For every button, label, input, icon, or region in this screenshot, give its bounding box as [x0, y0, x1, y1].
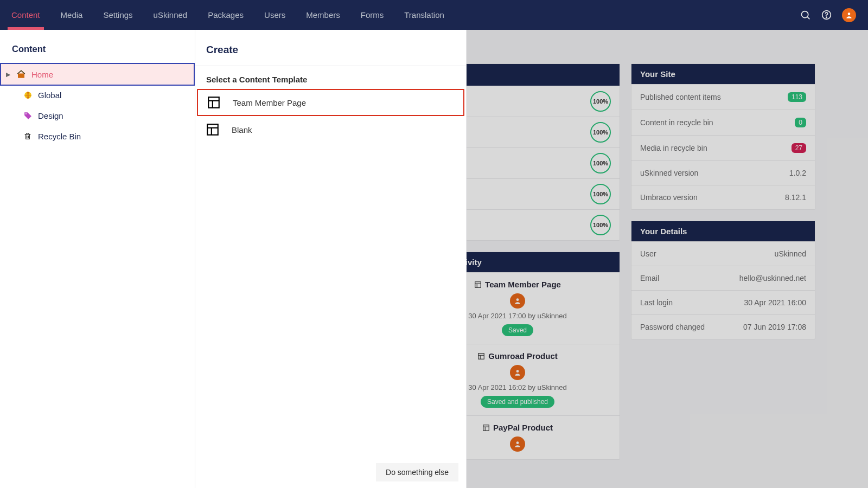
nav-tabs: Content Media Settings uSkinned Packages… [1, 0, 455, 30]
svg-rect-22 [207, 124, 218, 135]
svg-rect-19 [208, 97, 219, 108]
nav-tab-label: Translation [404, 10, 444, 20]
create-subheading: Select a Content Template [195, 66, 466, 88]
nav-tab-label: Media [61, 10, 83, 20]
svg-point-3 [826, 17, 827, 17]
caret-icon[interactable]: ▶ [5, 71, 11, 78]
tree-item-label: Global [38, 91, 195, 100]
template-option-blank[interactable]: Blank [197, 117, 464, 142]
home-icon [16, 69, 26, 79]
nav-tab-uskinned[interactable]: uSkinned [143, 0, 198, 30]
nav-tab-content[interactable]: Content [1, 0, 50, 30]
create-title: Create [195, 30, 466, 66]
svg-point-4 [848, 12, 851, 15]
nav-tab-media[interactable]: Media [50, 0, 93, 30]
top-navigation: Content Media Settings uSkinned Packages… [0, 0, 868, 30]
svg-point-18 [25, 113, 26, 114]
nav-tab-users[interactable]: Users [254, 0, 296, 30]
nav-tab-label: Settings [103, 10, 132, 20]
nav-tab-members[interactable]: Members [296, 0, 350, 30]
tree-item-global[interactable]: Global [0, 85, 195, 105]
svg-point-0 [802, 11, 808, 18]
nav-tab-label: Content [11, 10, 40, 20]
nav-tab-label: Users [264, 10, 285, 20]
tree-item-label: Home [31, 70, 194, 79]
user-avatar[interactable] [842, 8, 856, 22]
nav-tab-forms[interactable]: Forms [350, 0, 394, 30]
nav-tab-label: Packages [208, 10, 244, 20]
create-panel: Create Select a Content Template Team Me… [195, 30, 467, 488]
create-footer: Do something else [195, 458, 466, 488]
nav-tab-translation[interactable]: Translation [394, 0, 455, 30]
nav-tab-settings[interactable]: Settings [93, 0, 143, 30]
globe-icon [23, 91, 33, 100]
nav-tab-label: Members [306, 10, 340, 20]
content-tree-panel: Content ▶ Home Global Des [0, 30, 195, 488]
template-icon [206, 123, 220, 137]
nav-tab-label: uSkinned [154, 10, 188, 20]
tree-item-label: Recycle Bin [38, 132, 195, 141]
tree-item-label: Design [38, 111, 195, 120]
template-icon [207, 95, 221, 110]
help-icon[interactable] [821, 9, 832, 21]
nav-tab-label: Forms [361, 10, 384, 20]
tree-item-recycle-bin[interactable]: Recycle Bin [0, 126, 195, 146]
trash-icon [23, 132, 33, 140]
tree-item-home[interactable]: ▶ Home [1, 64, 194, 85]
do-something-else-button[interactable]: Do something else [376, 463, 458, 481]
tree-item-design[interactable]: Design [0, 105, 195, 126]
tag-icon [23, 111, 33, 120]
svg-line-1 [807, 17, 809, 19]
template-option-team-member-page[interactable]: Team Member Page [197, 89, 464, 116]
template-option-label: Blank [232, 125, 252, 134]
search-icon[interactable] [800, 9, 811, 21]
header-actions [800, 8, 864, 22]
nav-tab-packages[interactable]: Packages [197, 0, 254, 30]
tree-heading: Content [0, 44, 195, 64]
template-option-label: Team Member Page [233, 98, 306, 107]
